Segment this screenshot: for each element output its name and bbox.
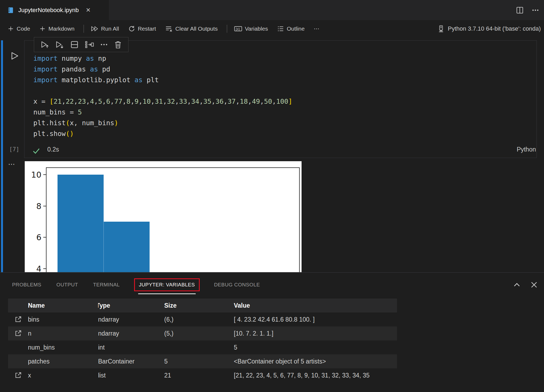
cell-toolbar xyxy=(34,37,128,52)
code-line[interactable]: x = [21,22,23,4,5,6,77,8,9,10,31,32,33,3… xyxy=(33,96,292,107)
variables-button[interactable]: (x) Variables xyxy=(234,26,268,32)
variable-type: int xyxy=(98,344,164,351)
code-line[interactable]: plt.show() xyxy=(33,128,292,139)
close-panel-button[interactable] xyxy=(530,281,538,289)
panel-tab-terminal[interactable]: TERMINAL xyxy=(93,282,120,288)
variable-name: bins xyxy=(28,316,98,323)
plot-axes-frame xyxy=(46,167,300,272)
code-line[interactable]: import matplotlib.pyplot as plt xyxy=(33,75,292,85)
delete-cell-button[interactable] xyxy=(114,40,122,49)
kernel-picker-button[interactable]: Python 3.7.10 64-bit ('base': conda) xyxy=(438,20,541,37)
toolbar-separator xyxy=(84,25,84,33)
execute-above-cells-button[interactable] xyxy=(40,40,49,49)
variable-type: ndarray xyxy=(98,330,164,337)
panel-tabs: PROBLEMSOUTPUTTERMINALJUPYTER: VARIABLES… xyxy=(12,273,260,297)
column-header-name[interactable]: Name xyxy=(28,302,98,309)
panel-tab-debug-console[interactable]: DEBUG CONSOLE xyxy=(214,282,260,288)
toolbar-more-button[interactable]: ⋯ xyxy=(314,26,319,32)
clear-all-outputs-button[interactable]: Clear All Outputs xyxy=(165,26,218,32)
variable-row-n[interactable]: nndarray(5,)[10. 7. 2. 1. 1.] xyxy=(8,326,397,340)
variable-size: (5,) xyxy=(164,330,234,337)
variable-type: BarContainer xyxy=(98,358,164,365)
variable-name: n xyxy=(28,330,98,337)
output-more-actions-button[interactable]: ⋯ xyxy=(8,160,16,168)
run-cell-button[interactable] xyxy=(10,51,19,61)
y-tick-mark xyxy=(43,268,46,269)
variable-row-x[interactable]: xlist21[21, 22, 23, 4, 5, 6, 77, 8, 9, 1… xyxy=(8,368,397,382)
variables-table-body: binsndarray(6,)[ 4. 23.2 42.4 61.6 80.8 … xyxy=(8,312,397,382)
y-tick-mark xyxy=(43,237,46,238)
figure: 46810 xyxy=(25,161,302,272)
code-line[interactable] xyxy=(33,85,292,96)
restart-button[interactable]: Restart xyxy=(128,25,156,32)
open-in-data-viewer-button[interactable] xyxy=(8,371,28,379)
tab-bar: JupyterNotebook.ipynb ✕ xyxy=(0,0,544,20)
toolbar-separator xyxy=(227,25,227,33)
variable-value: 5 xyxy=(234,344,397,351)
code-line[interactable]: num_bins = 5 xyxy=(33,107,292,118)
code-line[interactable]: plt.hist(x, num_bins) xyxy=(33,118,292,128)
add-code-label: Code xyxy=(17,26,30,32)
variable-size: 5 xyxy=(164,358,234,365)
panel-tab-jupyter-variables[interactable]: JUPYTER: VARIABLES xyxy=(134,278,200,291)
y-tick-label: 4 xyxy=(25,264,41,272)
outline-button[interactable]: Outline xyxy=(277,26,305,32)
open-in-data-viewer-button[interactable] xyxy=(8,315,28,323)
column-header-size[interactable]: Size xyxy=(164,302,234,309)
outline-label: Outline xyxy=(287,26,305,32)
variable-type: list xyxy=(98,372,164,379)
cell-more-actions-button[interactable] xyxy=(100,41,108,49)
variables-table-header: Name ▲Type Size Value xyxy=(8,299,397,312)
split-cell-button[interactable] xyxy=(70,40,79,49)
add-markdown-label: Markdown xyxy=(48,26,74,32)
kernel-label: Python 3.7.10 64-bit ('base': conda) xyxy=(448,25,541,32)
add-code-cell-button[interactable]: Code xyxy=(8,26,30,32)
tab-jupyternotebook[interactable]: JupyterNotebook.ipynb ✕ xyxy=(0,0,109,20)
panel-tab-problems[interactable]: PROBLEMS xyxy=(12,282,41,288)
restart-label: Restart xyxy=(138,26,156,32)
y-tick-label: 6 xyxy=(25,233,41,242)
variable-name: x xyxy=(28,372,98,379)
outline-icon xyxy=(277,26,284,32)
variable-value: [10. 7. 2. 1. 1.] xyxy=(234,330,397,337)
code-line[interactable]: import numpy as np xyxy=(33,53,292,64)
variable-size: (6,) xyxy=(164,316,234,323)
code-lines[interactable]: import numpy as npimport pandas as pdimp… xyxy=(33,53,292,139)
column-header-type[interactable]: ▲Type xyxy=(98,302,164,309)
code-line[interactable]: import pandas as pd xyxy=(33,64,292,75)
execution-duration: 0.2s xyxy=(47,146,59,153)
column-header-value[interactable]: Value xyxy=(234,302,397,309)
convert-cell-button[interactable] xyxy=(85,41,94,49)
cell-status-bar: [7] 0.2s Python xyxy=(0,145,544,156)
y-tick-label: 10 xyxy=(25,170,41,179)
variables-table: Name ▲Type Size Value binsndarray(6,)[ 4… xyxy=(8,299,397,382)
notebook-file-icon xyxy=(7,7,14,14)
maximize-panel-button[interactable] xyxy=(513,281,521,289)
clear-outputs-label: Clear All Outputs xyxy=(175,26,218,32)
y-tick-mark xyxy=(43,174,46,175)
variable-row-patches[interactable]: patchesBarContainer5<BarContainer object… xyxy=(8,354,397,368)
tab-close-button[interactable]: ✕ xyxy=(86,7,91,14)
execution-count: [7] xyxy=(9,146,19,153)
split-editor-button[interactable] xyxy=(516,6,524,14)
variables-icon: (x) xyxy=(234,26,242,32)
run-all-button[interactable]: Run All xyxy=(91,26,119,32)
tab-title: JupyterNotebook.ipynb xyxy=(18,7,79,14)
variable-value: [21, 22, 23, 4, 5, 6, 77, 8, 9, 10, 31, … xyxy=(234,372,397,379)
kernel-icon xyxy=(438,25,445,33)
variable-row-bins[interactable]: binsndarray(6,)[ 4. 23.2 42.4 61.6 80.8 … xyxy=(8,312,397,326)
add-markdown-cell-button[interactable]: Markdown xyxy=(39,26,74,32)
panel-actions xyxy=(513,273,538,297)
y-tick-label: 8 xyxy=(25,201,41,211)
more-actions-button[interactable] xyxy=(532,6,539,14)
variable-row-num_bins[interactable]: num_binsint5 xyxy=(8,340,397,354)
variables-label: Variables xyxy=(245,26,268,32)
plus-icon xyxy=(8,26,14,32)
restart-icon xyxy=(128,25,135,32)
variable-value: [ 4. 23.2 42.4 61.6 80.8 100. ] xyxy=(234,316,397,323)
panel-tab-output[interactable]: OUTPUT xyxy=(56,282,78,288)
variable-name: num_bins xyxy=(28,344,98,351)
execute-cell-and-below-button[interactable] xyxy=(55,40,64,49)
cell-language-picker[interactable]: Python xyxy=(517,146,536,153)
open-in-data-viewer-button[interactable] xyxy=(8,329,28,337)
